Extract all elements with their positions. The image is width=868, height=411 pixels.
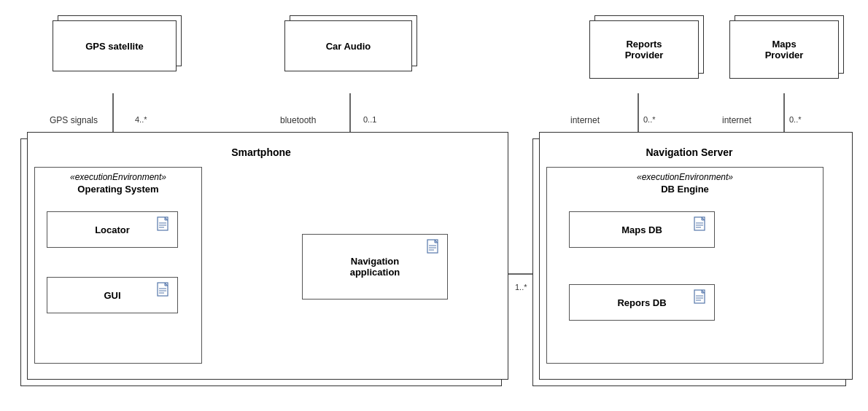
navapp-target-mult: 1..* <box>515 283 527 291</box>
bluetooth-label: bluetooth <box>280 115 316 125</box>
locator-box: Locator <box>47 211 178 248</box>
reporsdb-doc-icon <box>694 289 708 307</box>
locator-label: Locator <box>95 224 130 235</box>
nav-server-label: Navigation Server <box>533 146 845 158</box>
internet-maps-label: internet <box>722 115 751 125</box>
diagram-container: GPS satellite Car Audio ReportsProvider … <box>0 0 868 411</box>
db-engine-exec-env: «executionEnvironment» DB Engine Maps DB <box>546 167 824 364</box>
maps-db-box: Maps DB <box>569 211 715 248</box>
gui-box: GUI <box>47 277 178 313</box>
navigation-server-container: Navigation Server «executionEnvironment»… <box>532 138 846 386</box>
repors-db-box: Repors DB <box>569 284 715 321</box>
smartphone-container: Smartphone «executionEnvironment» Operat… <box>20 138 502 386</box>
os-exec-env: «executionEnvironment» Operating System … <box>34 167 202 364</box>
internet-reports-label: internet <box>570 115 600 125</box>
gui-label: GUI <box>104 290 120 301</box>
maps-provider-label: MapsProvider <box>765 39 804 60</box>
reports-multiplicity: 0..* <box>643 115 656 124</box>
bluetooth-multiplicity: 0..1 <box>363 115 376 124</box>
repors-db-label: Repors DB <box>617 297 666 308</box>
gps-multiplicity: 4..* <box>135 115 147 124</box>
reports-provider-node: ReportsProvider <box>589 20 699 79</box>
locator-doc-icon <box>157 216 171 234</box>
gps-signals-label: GPS signals <box>50 115 98 125</box>
os-label: Operating System <box>35 184 201 195</box>
mapsdb-doc-icon <box>694 216 708 234</box>
car-audio-label: Car Audio <box>326 41 371 52</box>
maps-multiplicity: 0..* <box>789 115 802 124</box>
db-engine-stereotype: «executionEnvironment» <box>547 172 823 182</box>
os-stereotype: «executionEnvironment» <box>35 172 201 182</box>
maps-db-label: Maps DB <box>621 224 662 235</box>
maps-provider-node: MapsProvider <box>729 20 839 79</box>
gps-satellite-label: GPS satellite <box>85 41 143 52</box>
navigation-app-label: Navigationapplication <box>350 256 400 278</box>
reports-provider-label: ReportsProvider <box>625 39 664 60</box>
car-audio-node: Car Audio <box>284 20 412 71</box>
smartphone-label: Smartphone <box>21 146 501 158</box>
db-engine-label: DB Engine <box>547 184 823 195</box>
navapp-doc-icon <box>427 239 441 257</box>
navigation-app-box: Navigationapplication <box>302 234 448 300</box>
gui-doc-icon <box>157 282 171 300</box>
gps-satellite-node: GPS satellite <box>53 20 177 71</box>
